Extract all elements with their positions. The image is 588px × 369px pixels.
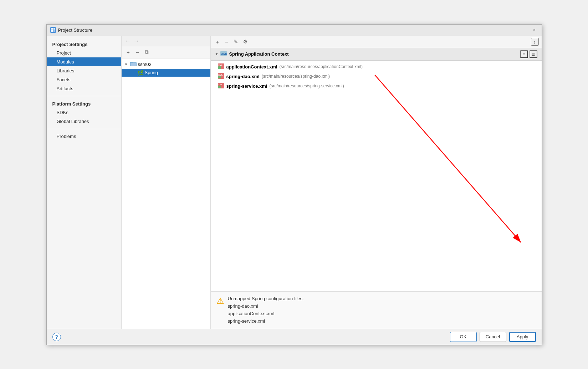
annotation-arrow: [211, 61, 542, 292]
ok-button[interactable]: OK: [450, 332, 477, 342]
warning-file-2: spring-service.xml: [228, 318, 304, 325]
align-top-button[interactable]: ≡: [520, 50, 528, 58]
spring-icon: 🌿: [137, 70, 143, 76]
svg-rect-0: [51, 28, 53, 30]
footer: ? OK Cancel Apply: [47, 329, 542, 345]
svg-text:XML: XML: [221, 52, 227, 56]
ssm02-label: ssm02: [138, 62, 152, 67]
nav-buttons: ← →: [122, 36, 210, 46]
module-tree-panel: ← → + − ⧉ ▼: [122, 36, 211, 329]
warning-bar: ⚠ Unmapped Spring configuration files: s…: [211, 291, 542, 328]
warning-file-0: spring-dao.xml: [228, 303, 304, 310]
svg-rect-16: [218, 86, 221, 88]
footer-buttons: OK Cancel Apply: [450, 332, 536, 342]
tree-item-spring[interactable]: 🌿 Spring: [122, 69, 210, 77]
sidebar-item-modules[interactable]: Modules: [47, 57, 121, 66]
align-bottom-button[interactable]: ≣: [530, 50, 537, 58]
config-path-2: (src/main/resources/spring-service.xml): [269, 83, 344, 88]
spring-xml-icon-0: XML: [218, 63, 224, 70]
add-config-button[interactable]: +: [214, 38, 221, 46]
sidebar-item-facets[interactable]: Facets: [47, 75, 121, 84]
app-icon: [50, 27, 56, 33]
add-module-button[interactable]: +: [124, 48, 132, 56]
svg-rect-1: [53, 28, 55, 30]
sidebar-item-problems[interactable]: Problems: [47, 132, 121, 141]
right-toolbar-left: + − ✎ ⚙: [214, 38, 249, 46]
project-structure-dialog: Project Structure × Project Settings Pro…: [46, 24, 542, 345]
config-path-1: (src/main/resources/spring-dao.xml): [262, 74, 330, 79]
module-toolbar: + − ⧉: [122, 46, 210, 58]
spring-label: Spring: [145, 70, 158, 75]
collapse-arrow[interactable]: ▼: [215, 52, 219, 56]
svg-rect-2: [51, 30, 53, 32]
remove-module-button[interactable]: −: [134, 48, 142, 56]
warning-text: Unmapped Spring configuration files: spr…: [228, 295, 304, 325]
platform-settings-header: Platform Settings: [47, 99, 121, 108]
module-tree: ▼ ssm02 🌿 Spring: [122, 58, 210, 329]
titlebar-left: Project Structure: [50, 27, 93, 33]
svg-rect-10: [218, 66, 221, 69]
close-button[interactable]: ×: [531, 26, 538, 34]
spring-context-title: Spring Application Context: [229, 51, 288, 57]
sidebar-item-global-libraries[interactable]: Global Libraries: [47, 117, 121, 126]
edit-config-button[interactable]: ✎: [232, 38, 240, 46]
config-name-1: spring-dao.xml: [226, 74, 260, 79]
sidebar-item-project[interactable]: Project: [47, 48, 121, 57]
settings-config-button[interactable]: ⚙: [241, 38, 249, 46]
copy-module-button[interactable]: ⧉: [143, 48, 151, 56]
help-button[interactable]: ?: [52, 333, 61, 341]
config-item-1[interactable]: XML spring-dao.xml (src/main/resources/s…: [211, 72, 542, 81]
svg-text:XML: XML: [218, 74, 223, 76]
expand-arrow: ▼: [124, 62, 129, 66]
sidebar-item-sdks[interactable]: SDKs: [47, 108, 121, 117]
sidebar-item-libraries[interactable]: Libraries: [47, 66, 121, 75]
spring-context-icon: XML: [220, 51, 227, 57]
cancel-button[interactable]: Cancel: [480, 332, 506, 342]
forward-button[interactable]: →: [133, 38, 140, 44]
sidebar-item-artifacts[interactable]: Artifacts: [47, 84, 121, 93]
svg-rect-3: [53, 30, 55, 32]
svg-text:XML: XML: [218, 64, 223, 66]
warning-file-1: applicationContext.xml: [228, 310, 304, 318]
svg-text:XML: XML: [218, 83, 223, 86]
sort-button[interactable]: ↕: [531, 38, 539, 46]
svg-line-19: [375, 75, 521, 242]
spring-xml-icon-1: XML: [218, 73, 224, 80]
warning-icon: ⚠: [216, 296, 224, 306]
spring-xml-icon-2: XML: [218, 83, 224, 89]
dialog-title: Project Structure: [58, 27, 93, 33]
config-name-2: spring-service.xml: [226, 83, 267, 89]
warning-title: Unmapped Spring configuration files:: [228, 295, 304, 303]
remove-config-button[interactable]: −: [223, 38, 231, 46]
right-toolbar-right: ↕: [531, 38, 539, 46]
right-toolbar: + − ✎ ⚙ ↕: [211, 36, 542, 48]
config-path-0: (src/main/resources/applicationContext.x…: [280, 64, 363, 69]
svg-rect-6: [131, 63, 136, 66]
config-item-2[interactable]: XML spring-service.xml (src/main/resourc…: [211, 81, 542, 91]
svg-rect-13: [218, 76, 221, 78]
spring-app-context-header: ▼ XML Spring Application Context ≡ ≣: [211, 48, 542, 61]
sidebar: Project Settings Project Modules Librari…: [47, 36, 122, 329]
config-name-0: applicationContext.xml: [226, 64, 277, 70]
main-content: Project Settings Project Modules Librari…: [47, 36, 542, 329]
apply-button[interactable]: Apply: [509, 332, 536, 342]
spring-config-panel: + − ✎ ⚙ ↕ ▼ XML Spring Applica: [211, 36, 542, 329]
project-settings-header: Project Settings: [47, 40, 121, 48]
sidebar-divider: [47, 96, 121, 96]
sidebar-divider-2: [47, 129, 121, 129]
back-button[interactable]: ←: [124, 38, 132, 44]
tree-item-ssm02[interactable]: ▼ ssm02: [122, 60, 210, 69]
folder-icon: [130, 61, 137, 68]
spring-config-files: XML applicationContext.xml (src/main/res…: [211, 61, 542, 292]
config-item-0[interactable]: XML applicationContext.xml (src/main/res…: [211, 62, 542, 72]
titlebar: Project Structure ×: [47, 25, 542, 36]
